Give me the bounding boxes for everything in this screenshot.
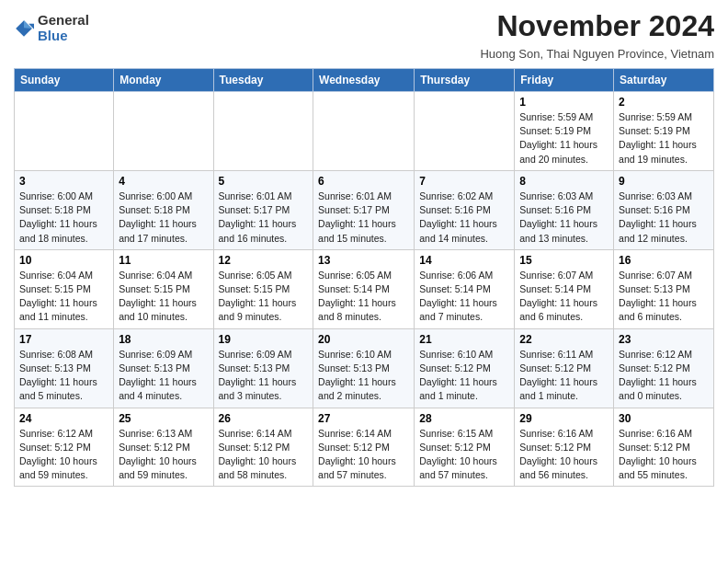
cell-week0-day5: 1Sunrise: 5:59 AM Sunset: 5:19 PM Daylig… xyxy=(515,92,614,171)
day-info: Sunrise: 6:14 AM Sunset: 5:12 PM Dayligh… xyxy=(318,427,409,483)
day-info: Sunrise: 6:03 AM Sunset: 5:16 PM Dayligh… xyxy=(619,190,709,246)
day-number: 7 xyxy=(419,175,509,188)
day-number: 8 xyxy=(519,175,609,188)
day-number: 28 xyxy=(419,412,509,425)
cell-week0-day2 xyxy=(213,92,313,171)
cell-week2-day6: 16Sunrise: 6:07 AM Sunset: 5:13 PM Dayli… xyxy=(614,249,714,328)
col-tuesday: Tuesday xyxy=(213,69,313,92)
logo-text: General Blue xyxy=(38,13,89,43)
cell-week0-day6: 2Sunrise: 5:59 AM Sunset: 5:19 PM Daylig… xyxy=(614,92,714,171)
calendar-body: 1Sunrise: 5:59 AM Sunset: 5:19 PM Daylig… xyxy=(15,92,714,487)
col-monday: Monday xyxy=(114,69,213,92)
cell-week1-day6: 9Sunrise: 6:03 AM Sunset: 5:16 PM Daylig… xyxy=(614,170,714,249)
cell-week2-day5: 15Sunrise: 6:07 AM Sunset: 5:14 PM Dayli… xyxy=(515,249,614,328)
day-number: 9 xyxy=(619,175,709,188)
week-row-2: 10Sunrise: 6:04 AM Sunset: 5:15 PM Dayli… xyxy=(15,249,714,328)
subtitle: Huong Son, Thai Nguyen Province, Vietnam xyxy=(14,47,714,61)
col-saturday: Saturday xyxy=(614,69,714,92)
cell-week3-day1: 18Sunrise: 6:09 AM Sunset: 5:13 PM Dayli… xyxy=(114,328,213,408)
logo-icon xyxy=(14,18,34,39)
day-number: 12 xyxy=(219,254,309,267)
col-wednesday: Wednesday xyxy=(313,69,415,92)
day-number: 18 xyxy=(119,333,208,346)
day-info: Sunrise: 6:04 AM Sunset: 5:15 PM Dayligh… xyxy=(119,269,208,325)
cell-week4-day3: 27Sunrise: 6:14 AM Sunset: 5:12 PM Dayli… xyxy=(313,408,415,487)
day-number: 23 xyxy=(619,333,709,346)
day-number: 20 xyxy=(318,333,409,346)
day-info: Sunrise: 6:07 AM Sunset: 5:14 PM Dayligh… xyxy=(519,269,609,325)
day-info: Sunrise: 6:05 AM Sunset: 5:14 PM Dayligh… xyxy=(318,269,409,325)
cell-week4-day1: 25Sunrise: 6:13 AM Sunset: 5:12 PM Dayli… xyxy=(114,408,213,487)
cell-week4-day4: 28Sunrise: 6:15 AM Sunset: 5:12 PM Dayli… xyxy=(415,408,515,487)
day-info: Sunrise: 6:10 AM Sunset: 5:12 PM Dayligh… xyxy=(419,348,509,404)
cell-week3-day2: 19Sunrise: 6:09 AM Sunset: 5:13 PM Dayli… xyxy=(213,328,313,408)
day-number: 17 xyxy=(19,333,108,346)
day-info: Sunrise: 6:02 AM Sunset: 5:16 PM Dayligh… xyxy=(419,190,509,246)
day-number: 2 xyxy=(619,96,709,109)
cell-week1-day2: 5Sunrise: 6:01 AM Sunset: 5:17 PM Daylig… xyxy=(213,170,313,249)
day-info: Sunrise: 6:00 AM Sunset: 5:18 PM Dayligh… xyxy=(19,190,108,246)
cell-week3-day6: 23Sunrise: 6:12 AM Sunset: 5:12 PM Dayli… xyxy=(614,328,714,408)
day-number: 13 xyxy=(318,254,409,267)
month-title: November 2024 xyxy=(496,9,714,43)
day-info: Sunrise: 6:16 AM Sunset: 5:12 PM Dayligh… xyxy=(519,427,609,483)
cell-week0-day3 xyxy=(313,92,415,171)
calendar-header: Sunday Monday Tuesday Wednesday Thursday… xyxy=(15,69,714,92)
day-info: Sunrise: 6:10 AM Sunset: 5:13 PM Dayligh… xyxy=(318,348,409,404)
cell-week4-day0: 24Sunrise: 6:12 AM Sunset: 5:12 PM Dayli… xyxy=(15,408,114,487)
day-info: Sunrise: 6:04 AM Sunset: 5:15 PM Dayligh… xyxy=(19,269,108,325)
day-info: Sunrise: 6:12 AM Sunset: 5:12 PM Dayligh… xyxy=(19,427,108,483)
week-row-0: 1Sunrise: 5:59 AM Sunset: 5:19 PM Daylig… xyxy=(15,92,714,171)
day-info: Sunrise: 6:06 AM Sunset: 5:14 PM Dayligh… xyxy=(419,269,509,325)
week-row-1: 3Sunrise: 6:00 AM Sunset: 5:18 PM Daylig… xyxy=(15,170,714,249)
cell-week0-day0 xyxy=(15,92,114,171)
cell-week2-day3: 13Sunrise: 6:05 AM Sunset: 5:14 PM Dayli… xyxy=(313,249,415,328)
day-number: 19 xyxy=(219,333,309,346)
day-number: 22 xyxy=(519,333,609,346)
cell-week4-day5: 29Sunrise: 6:16 AM Sunset: 5:12 PM Dayli… xyxy=(515,408,614,487)
cell-week2-day2: 12Sunrise: 6:05 AM Sunset: 5:15 PM Dayli… xyxy=(213,249,313,328)
day-info: Sunrise: 5:59 AM Sunset: 5:19 PM Dayligh… xyxy=(619,110,709,167)
cell-week1-day4: 7Sunrise: 6:02 AM Sunset: 5:16 PM Daylig… xyxy=(415,170,515,249)
day-info: Sunrise: 6:08 AM Sunset: 5:13 PM Dayligh… xyxy=(19,348,108,404)
day-number: 1 xyxy=(519,96,609,109)
cell-week2-day0: 10Sunrise: 6:04 AM Sunset: 5:15 PM Dayli… xyxy=(15,249,114,328)
cell-week4-day6: 30Sunrise: 6:16 AM Sunset: 5:12 PM Dayli… xyxy=(614,408,714,487)
logo-general-text: General xyxy=(38,13,89,29)
day-number: 16 xyxy=(619,254,709,267)
day-info: Sunrise: 6:01 AM Sunset: 5:17 PM Dayligh… xyxy=(318,190,409,246)
cell-week3-day3: 20Sunrise: 6:10 AM Sunset: 5:13 PM Dayli… xyxy=(313,328,415,408)
day-number: 30 xyxy=(619,412,709,425)
day-info: Sunrise: 6:09 AM Sunset: 5:13 PM Dayligh… xyxy=(119,348,208,404)
cell-week4-day2: 26Sunrise: 6:14 AM Sunset: 5:12 PM Dayli… xyxy=(213,408,313,487)
day-number: 15 xyxy=(519,254,609,267)
day-info: Sunrise: 6:15 AM Sunset: 5:12 PM Dayligh… xyxy=(419,427,509,483)
day-info: Sunrise: 6:00 AM Sunset: 5:18 PM Dayligh… xyxy=(119,190,208,246)
day-number: 3 xyxy=(19,175,108,188)
day-number: 6 xyxy=(318,175,409,188)
cell-week2-day1: 11Sunrise: 6:04 AM Sunset: 5:15 PM Dayli… xyxy=(114,249,213,328)
header-top: General Blue November 2024 xyxy=(14,9,714,43)
day-info: Sunrise: 6:11 AM Sunset: 5:12 PM Dayligh… xyxy=(519,348,609,404)
day-number: 4 xyxy=(119,175,208,188)
header-row: Sunday Monday Tuesday Wednesday Thursday… xyxy=(15,69,714,92)
title-block: November 2024 xyxy=(496,9,714,43)
cell-week1-day5: 8Sunrise: 6:03 AM Sunset: 5:16 PM Daylig… xyxy=(515,170,614,249)
cell-week0-day1 xyxy=(114,92,213,171)
day-number: 14 xyxy=(419,254,509,267)
page: General Blue November 2024 Huong Son, Th… xyxy=(0,0,728,500)
day-info: Sunrise: 6:09 AM Sunset: 5:13 PM Dayligh… xyxy=(219,348,309,404)
cell-week1-day3: 6Sunrise: 6:01 AM Sunset: 5:17 PM Daylig… xyxy=(313,170,415,249)
cell-week0-day4 xyxy=(415,92,515,171)
day-info: Sunrise: 6:12 AM Sunset: 5:12 PM Dayligh… xyxy=(619,348,709,404)
day-info: Sunrise: 6:07 AM Sunset: 5:13 PM Dayligh… xyxy=(619,269,709,325)
col-sunday: Sunday xyxy=(15,69,114,92)
day-info: Sunrise: 5:59 AM Sunset: 5:19 PM Dayligh… xyxy=(519,110,609,167)
day-info: Sunrise: 6:16 AM Sunset: 5:12 PM Dayligh… xyxy=(619,427,709,483)
col-thursday: Thursday xyxy=(415,69,515,92)
logo-blue-text: Blue xyxy=(38,29,89,44)
cell-week3-day5: 22Sunrise: 6:11 AM Sunset: 5:12 PM Dayli… xyxy=(515,328,614,408)
week-row-4: 24Sunrise: 6:12 AM Sunset: 5:12 PM Dayli… xyxy=(15,408,714,487)
cell-week1-day1: 4Sunrise: 6:00 AM Sunset: 5:18 PM Daylig… xyxy=(114,170,213,249)
col-friday: Friday xyxy=(515,69,614,92)
